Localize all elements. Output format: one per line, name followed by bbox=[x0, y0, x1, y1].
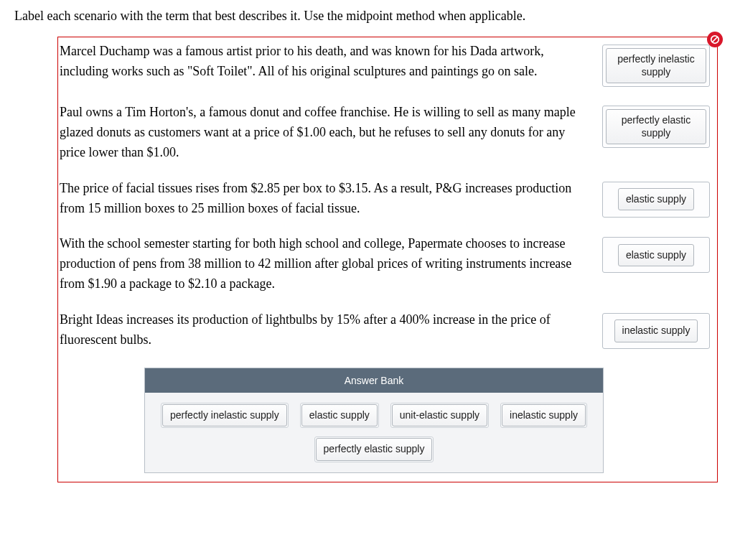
scenario-text: Bright Ideas increases its production of… bbox=[58, 310, 592, 350]
answer-chip[interactable]: elastic supply bbox=[618, 188, 694, 211]
incorrect-badge-icon bbox=[707, 32, 723, 47]
instruction-text: Label each scenario with the term that b… bbox=[14, 9, 721, 24]
scenario-row: Marcel Duchamp was a famous artist prior… bbox=[58, 37, 717, 98]
bank-chip[interactable]: perfectly elastic supply bbox=[316, 438, 433, 461]
bank-slot: unit-elastic supply bbox=[390, 403, 489, 429]
answer-chip[interactable]: perfectly inelastic supply bbox=[606, 48, 706, 83]
scenario-row: The price of facial tissues rises from $… bbox=[58, 174, 717, 230]
answer-bank-body: perfectly inelastic supply elastic suppl… bbox=[145, 393, 603, 472]
svg-line-1 bbox=[713, 37, 718, 42]
scenario-row: Bright Ideas increases its production of… bbox=[58, 306, 717, 362]
bank-chip[interactable]: perfectly inelastic supply bbox=[162, 404, 287, 427]
scenario-text: With the school semester starting for bo… bbox=[58, 234, 592, 294]
answer-chip[interactable]: inelastic supply bbox=[614, 319, 698, 342]
answer-bank: Answer Bank perfectly inelastic supply e… bbox=[144, 368, 604, 473]
scenario-text: Marcel Duchamp was a famous artist prior… bbox=[58, 42, 592, 82]
answer-drop-zone[interactable]: elastic supply bbox=[602, 182, 710, 218]
scenario-row: With the school semester starting for bo… bbox=[58, 230, 717, 306]
exercise-container: Marcel Duchamp was a famous artist prior… bbox=[57, 37, 718, 482]
scenario-text: The price of facial tissues rises from $… bbox=[58, 179, 592, 219]
bank-slot: perfectly inelastic supply bbox=[161, 403, 289, 429]
bank-chip[interactable]: inelastic supply bbox=[502, 404, 586, 427]
bank-chip[interactable]: elastic supply bbox=[301, 404, 378, 427]
scenario-text: Paul owns a Tim Horton's, a famous donut… bbox=[58, 103, 592, 163]
answer-chip[interactable]: perfectly elastic supply bbox=[606, 109, 706, 144]
answer-chip[interactable]: elastic supply bbox=[618, 244, 694, 267]
answer-drop-zone[interactable]: perfectly elastic supply bbox=[602, 106, 710, 148]
scenario-row: Paul owns a Tim Horton's, a famous donut… bbox=[58, 98, 717, 174]
bank-slot: perfectly elastic supply bbox=[314, 437, 434, 462]
answer-drop-zone[interactable]: inelastic supply bbox=[602, 313, 710, 349]
bank-chip[interactable]: unit-elastic supply bbox=[392, 404, 487, 427]
bank-slot: elastic supply bbox=[300, 403, 379, 429]
answer-drop-zone[interactable]: perfectly inelastic supply bbox=[602, 45, 710, 87]
answer-drop-zone[interactable]: elastic supply bbox=[602, 237, 710, 273]
answer-bank-title: Answer Bank bbox=[145, 368, 603, 393]
bank-slot: inelastic supply bbox=[500, 403, 587, 429]
